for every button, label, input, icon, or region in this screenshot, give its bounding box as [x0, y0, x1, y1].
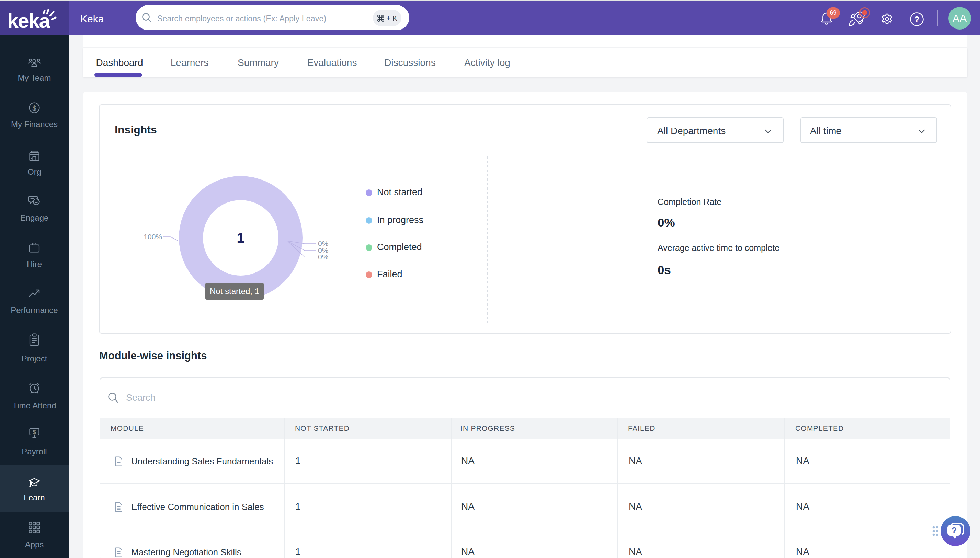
- svg-text:$: $: [33, 429, 36, 435]
- svg-text:?: ?: [914, 15, 919, 24]
- svg-text:?: ?: [952, 526, 957, 535]
- svg-text:$: $: [32, 104, 36, 112]
